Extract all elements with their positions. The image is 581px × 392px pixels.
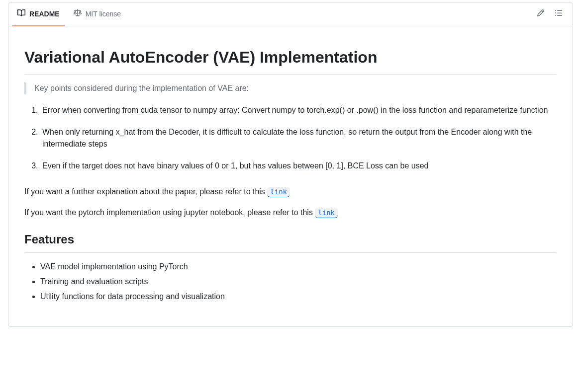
list-item: VAE model implementation using PyTorch [40,261,557,273]
outline-button[interactable] [551,6,567,22]
list-unordered-icon [555,8,563,20]
features-heading: Features [24,231,557,253]
tabs-right [533,6,569,22]
paragraph-paper-link: If you want a further explanation about … [24,186,557,198]
readme-box: README MIT license [8,2,573,327]
paragraph-text: If you want a further explanation about … [24,187,267,196]
paper-link[interactable]: link [267,187,290,197]
features-list: VAE model implementation using PyTorch T… [24,261,557,303]
markdown-body: Variational AutoEncoder (VAE) Implementa… [8,26,573,326]
blockquote: Key points considered during the impleme… [24,82,557,94]
law-icon [74,9,82,20]
tab-license-label: MIT license [86,9,121,19]
book-icon [17,9,25,20]
tab-readme-label: README [29,9,60,19]
pencil-icon [537,8,545,20]
page-title: Variational AutoEncoder (VAE) Implementa… [24,45,557,75]
tab-license[interactable]: MIT license [69,2,126,26]
paragraph-text: If you want the pytorch implementation u… [24,208,315,217]
list-item: Error when converting from cuda tensor t… [40,104,557,116]
tab-readme[interactable]: README [12,2,65,26]
blockquote-text: Key points considered during the impleme… [34,82,549,94]
tabs-row: README MIT license [8,2,573,26]
list-item: Utility functions for data processing an… [40,291,557,303]
list-item: Training and evaluation scripts [40,276,557,288]
notebook-link[interactable]: link [315,208,338,218]
list-item: When only returning x_hat from the Decod… [40,126,557,150]
edit-button[interactable] [533,6,549,22]
tabs-left: README MIT license [12,2,126,26]
list-item: Even if the target does not have binary … [40,160,557,172]
paragraph-notebook-link: If you want the pytorch implementation u… [24,207,557,219]
keypoints-list: Error when converting from cuda tensor t… [24,104,557,172]
